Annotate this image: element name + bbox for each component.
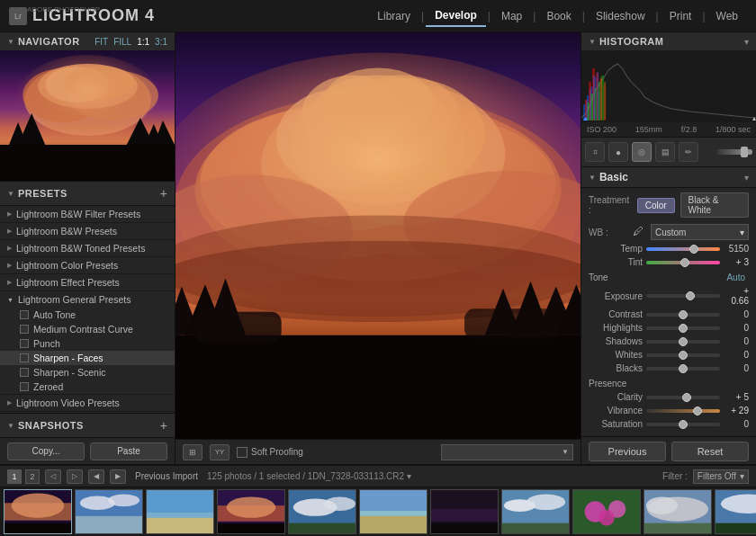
filmstrip-prev-arrow[interactable]: ◀: [88, 469, 104, 484]
shadows-thumb[interactable]: [679, 337, 688, 346]
exposure-thumb[interactable]: [686, 291, 695, 300]
filmstrip-thumb-8[interactable]: [501, 489, 570, 534]
basic-header[interactable]: ▼ Basic ▾: [581, 167, 756, 188]
saturation-thumb[interactable]: [679, 420, 688, 429]
tint-thumb[interactable]: [680, 258, 689, 267]
whites-slider[interactable]: [646, 353, 720, 357]
page-2[interactable]: 2: [25, 469, 40, 484]
preset-group-effects-header[interactable]: ▶ Lightroom Effect Presets: [0, 274, 175, 290]
basic-menu[interactable]: ▾: [744, 173, 749, 183]
preset-group-color-header[interactable]: ▶ Lightroom Color Presets: [0, 257, 175, 273]
saturation-slider[interactable]: [646, 423, 720, 426]
blacks-thumb[interactable]: [679, 364, 688, 373]
nav-1to1[interactable]: 1:1: [137, 37, 149, 47]
presets-add-btn[interactable]: +: [160, 186, 167, 201]
histogram-header[interactable]: ▼ Histogram ▾: [581, 32, 756, 50]
presets-header[interactable]: ▼ Presets +: [0, 182, 175, 206]
snapshots-title: Snapshots: [18, 420, 84, 431]
filmstrip-next-arrow[interactable]: ▶: [110, 469, 126, 484]
filmstrip-thumb-6[interactable]: [359, 489, 428, 534]
view-dropdown[interactable]: ▼: [441, 444, 573, 460]
soft-proofing-checkbox[interactable]: [237, 447, 248, 458]
snapshots-header[interactable]: ▼ Snapshots +: [0, 414, 175, 437]
filmstrip-forward-btn[interactable]: ▷: [67, 469, 83, 484]
paste-button[interactable]: Paste: [90, 442, 167, 460]
whites-thumb[interactable]: [679, 351, 688, 360]
blacks-slider[interactable]: [646, 367, 720, 371]
date-view-btn[interactable]: YY: [210, 444, 230, 460]
blacks-value: 0: [724, 363, 749, 373]
adjustment-brush[interactable]: ✏: [679, 142, 698, 162]
nav-web[interactable]: Web: [707, 6, 747, 26]
preset-sharpen-scenic[interactable]: Sharpen - Scenic: [0, 365, 175, 380]
reset-button[interactable]: Reset: [671, 442, 749, 461]
vibrance-slider[interactable]: [646, 409, 720, 413]
graduated-filter[interactable]: ▤: [655, 142, 675, 162]
preset-group-bw-toned-header[interactable]: ▶ Lightroom B&W Toned Presets: [0, 240, 175, 256]
filmstrip-thumb-3[interactable]: [146, 489, 214, 534]
vibrance-thumb[interactable]: [693, 406, 702, 415]
filmstrip-thumb-2[interactable]: [75, 489, 143, 534]
filmstrip-thumb-11[interactable]: [715, 489, 756, 534]
previous-import-btn[interactable]: Previous Import: [131, 471, 202, 481]
contrast-slider[interactable]: [646, 313, 720, 317]
temp-thumb[interactable]: [689, 245, 698, 254]
preset-group-bw-filter-header[interactable]: ▶ Lightroom B&W Filter Presets: [0, 206, 175, 222]
filmstrip-back-btn[interactable]: ◁: [45, 469, 61, 484]
filmstrip-thumb-7[interactable]: [430, 489, 499, 534]
redeye-tool[interactable]: ◎: [632, 142, 652, 162]
bw-treatment-btn[interactable]: Black & White: [680, 192, 749, 218]
nav-map[interactable]: Map: [492, 6, 531, 26]
master-slider-thumb[interactable]: [741, 147, 748, 157]
nav-fit[interactable]: FIT: [94, 37, 108, 47]
filmstrip-thumb-4[interactable]: [217, 489, 285, 534]
exposure-slider[interactable]: [646, 294, 720, 298]
master-slider-track[interactable]: [716, 149, 752, 155]
temp-slider[interactable]: [646, 247, 720, 251]
wb-dropdown[interactable]: Custom ▾: [651, 224, 749, 240]
preset-punch[interactable]: Punch: [0, 336, 175, 351]
highlights-slider[interactable]: [646, 326, 720, 330]
grid-view-btn[interactable]: ⊞: [183, 444, 202, 460]
eyedropper-tool[interactable]: 🖊: [633, 225, 647, 239]
snapshots-add-btn[interactable]: +: [160, 418, 167, 433]
preset-group-general-header[interactable]: ▼ Lightroom General Presets: [0, 291, 175, 308]
previous-button[interactable]: Previous: [589, 442, 666, 461]
filmstrip-thumb-5[interactable]: [288, 489, 356, 534]
contrast-thumb[interactable]: [679, 310, 688, 319]
spot-heal-tool[interactable]: ●: [608, 142, 628, 162]
nav-book[interactable]: Book: [537, 6, 580, 26]
clarity-thumb[interactable]: [682, 393, 691, 402]
copy-button[interactable]: Copy...: [7, 442, 85, 460]
preset-sharpen-faces[interactable]: Sharpen - Faces: [0, 351, 175, 365]
svg-point-76: [108, 495, 140, 507]
preset-medium-contrast[interactable]: Medium Contrast Curve: [0, 322, 175, 336]
clarity-slider[interactable]: [646, 396, 720, 399]
tint-slider[interactable]: [646, 261, 720, 264]
preset-group-video-header[interactable]: ▶ Lightroom Video Presets: [0, 395, 175, 411]
histogram-menu[interactable]: ▾: [744, 37, 749, 47]
navigator-header[interactable]: ▼ Navigator FIT FILL 1:1 3:1: [0, 32, 175, 50]
svg-rect-92: [431, 509, 498, 522]
nav-slideshow[interactable]: Slideshow: [587, 6, 654, 26]
soft-proofing-check: Soft Proofing: [237, 447, 303, 458]
preset-group-bw-header[interactable]: ▶ Lightroom B&W Presets: [0, 223, 175, 239]
nav-fill[interactable]: FILL: [113, 37, 131, 47]
nav-library[interactable]: Library: [368, 6, 419, 26]
filter-dropdown[interactable]: Filters Off ▾: [693, 469, 749, 484]
preset-auto-tone[interactable]: Auto Tone: [0, 308, 175, 322]
nav-print[interactable]: Print: [661, 6, 701, 26]
filmstrip-thumb-9[interactable]: [572, 489, 641, 534]
shadows-slider[interactable]: [646, 340, 720, 344]
color-treatment-btn[interactable]: Color: [637, 198, 675, 213]
wb-row: WB : 🖊 Custom ▾: [581, 222, 756, 242]
filmstrip-thumb-1[interactable]: [4, 489, 72, 534]
nav-3to1[interactable]: 3:1: [155, 37, 167, 47]
page-1[interactable]: 1: [7, 469, 22, 484]
crop-tool[interactable]: ⌗: [585, 142, 605, 162]
auto-btn[interactable]: Auto: [723, 272, 749, 282]
filmstrip-thumb-10[interactable]: [644, 489, 712, 534]
nav-develop[interactable]: Develop: [426, 5, 486, 27]
highlights-thumb[interactable]: [679, 324, 688, 333]
preset-zeroed[interactable]: Zeroed: [0, 380, 175, 394]
